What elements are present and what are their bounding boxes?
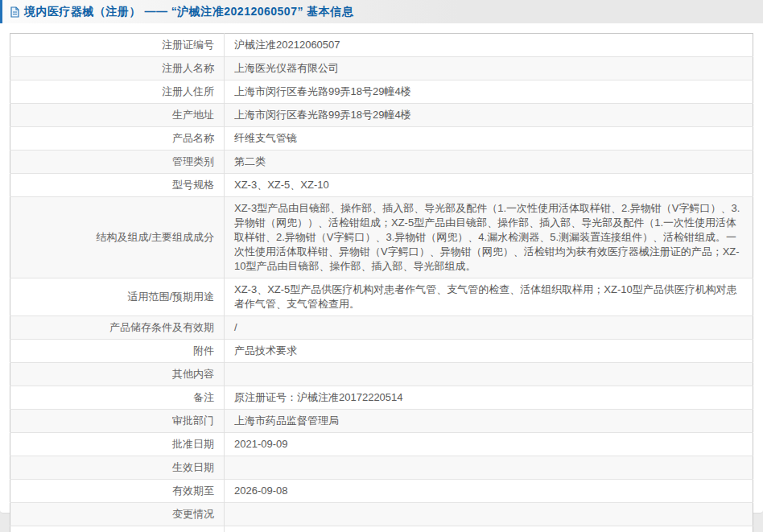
row-label-cell: 备注: [10, 386, 225, 410]
row-value-cell: 上海市闵行区春光路99弄18号29幢4楼: [225, 80, 753, 104]
row-label: 产品名称: [172, 132, 214, 144]
row-value-cell: 2021-09-09: [225, 433, 753, 456]
row-label-cell: 批准日期: [10, 433, 225, 456]
row-label: 结构及组成/主要组成成分: [96, 231, 214, 243]
row-label: 管理类别: [172, 155, 214, 167]
table-row: 有效期至2026-09-08: [10, 480, 753, 503]
row-label: 审批部门: [172, 414, 214, 427]
row-value-cell: 第二类: [225, 151, 753, 174]
row-value-cell: 2026-09-08: [225, 480, 753, 503]
row-value: 上海市闵行区春光路99弄18号29幢4楼: [234, 85, 411, 97]
row-label: 有效期至: [172, 485, 214, 497]
row-value-cell: 详情: [225, 526, 753, 532]
table-row: 管理类别第二类: [10, 151, 753, 174]
table-row: 生效日期: [10, 456, 753, 480]
table-row: 适用范围/预期用途XZ-3、XZ-5型产品供医疗机构对患者作气管、支气管的检查、…: [10, 278, 753, 316]
row-label-cell: 审批部门: [10, 410, 225, 433]
table-row: 结构及组成/主要组成成分XZ-3型产品由目镜部、操作部、插入部、导光部及配件（1…: [10, 197, 753, 278]
row-value-cell: [225, 456, 753, 480]
row-label-cell: 生产地址: [10, 104, 225, 127]
content-panel: 注册证编号沪械注准20212060507注册人名称上海医光仪器有限公司注册人住所…: [0, 23, 763, 513]
row-label: 产品储存条件及有效期: [109, 321, 214, 333]
row-label-cell: 注: [10, 526, 225, 532]
row-value-cell: 原注册证号：沪械注准20172220514: [225, 386, 753, 410]
row-value-cell: XZ-3、XZ-5、XZ-10: [225, 174, 753, 197]
table-row: 注册人住所上海市闵行区春光路99弄18号29幢4楼: [10, 80, 753, 104]
row-label: 生效日期: [172, 461, 214, 473]
row-label: 注册人住所: [162, 85, 214, 97]
row-value: XZ-3型产品由目镜部、操作部、插入部、导光部及配件（1.一次性使用活体取样钳、…: [234, 202, 740, 272]
table-row: 备注原注册证号：沪械注准20172220514: [10, 386, 753, 410]
row-label: 变更情况: [172, 508, 214, 520]
page-title-bar: 境内医疗器械（注册） —— “沪械注准20212060507” 基本信息: [0, 0, 763, 23]
row-value-cell: 沪械注准20212060507: [225, 34, 753, 57]
registration-info-table: 注册证编号沪械注准20212060507注册人名称上海医光仪器有限公司注册人住所…: [10, 33, 753, 532]
row-value-cell: XZ-3型产品由目镜部、操作部、插入部、导光部及配件（1.一次性使用活体取样钳、…: [225, 197, 753, 278]
row-value-cell: /: [225, 316, 753, 340]
table-row: 批准日期2021-09-09: [10, 433, 753, 456]
table-row: 注详情: [10, 526, 753, 532]
row-value: XZ-3、XZ-5、XZ-10: [234, 179, 329, 191]
row-label-cell: 变更情况: [10, 503, 225, 526]
row-value: 上海市药品监督管理局: [234, 414, 339, 427]
row-label-cell: 注册证编号: [10, 34, 225, 57]
row-label: 型号规格: [172, 179, 214, 191]
row-label: 其他内容: [172, 368, 214, 380]
table-row: 审批部门上海市药品监督管理局: [10, 410, 753, 433]
row-label-cell: 注册人名称: [10, 57, 225, 80]
row-label-cell: 注册人住所: [10, 80, 225, 104]
page-title: 境内医疗器械（注册） —— “沪械注准20212060507” 基本信息: [24, 5, 353, 19]
row-value-cell: XZ-3、XZ-5型产品供医疗机构对患者作气管、支气管的检查、活体组织取样用；X…: [225, 278, 753, 316]
table-row: 产品储存条件及有效期/: [10, 316, 753, 340]
row-label: 注册证编号: [162, 39, 214, 51]
row-value: 原注册证号：沪械注准20172220514: [234, 391, 403, 403]
row-value: 上海市闵行区春光路99弄18号29幢4楼: [234, 109, 411, 121]
row-value: 纤维支气管镜: [234, 132, 297, 144]
row-label: 生产地址: [172, 109, 214, 121]
row-label: 备注: [193, 391, 214, 403]
row-label-cell: 产品名称: [10, 127, 225, 151]
row-label-cell: 适用范围/预期用途: [10, 278, 225, 316]
table-row: 生产地址上海市闵行区春光路99弄18号29幢4楼: [10, 104, 753, 127]
row-value-cell: 产品技术要求: [225, 340, 753, 363]
row-value: 2021-09-09: [234, 438, 288, 450]
row-label-cell: 产品储存条件及有效期: [10, 316, 225, 340]
row-label-cell: 管理类别: [10, 151, 225, 174]
table-row: 注册证编号沪械注准20212060507: [10, 34, 753, 57]
info-table-body: 注册证编号沪械注准20212060507注册人名称上海医光仪器有限公司注册人住所…: [10, 34, 753, 532]
row-label-cell: 附件: [10, 340, 225, 363]
table-row: 变更情况: [10, 503, 753, 526]
row-value-cell: 纤维支气管镜: [225, 127, 753, 151]
row-value: 沪械注准20212060507: [234, 39, 340, 51]
row-value: 上海医光仪器有限公司: [234, 62, 339, 74]
row-label: 适用范围/预期用途: [127, 291, 214, 303]
row-label: 注册人名称: [162, 62, 214, 74]
table-row: 附件产品技术要求: [10, 340, 753, 363]
row-label-cell: 型号规格: [10, 174, 225, 197]
table-row: 型号规格XZ-3、XZ-5、XZ-10: [10, 174, 753, 197]
row-value: 第二类: [234, 155, 266, 167]
row-label-cell: 生效日期: [10, 456, 225, 480]
row-value: XZ-3、XZ-5型产品供医疗机构对患者作气管、支气管的检查、活体组织取样用；X…: [234, 283, 737, 310]
row-value-cell: [225, 363, 753, 386]
table-row: 其他内容: [10, 363, 753, 386]
row-value: /: [234, 321, 237, 333]
row-value-cell: 上海市闵行区春光路99弄18号29幢4楼: [225, 104, 753, 127]
document-icon: [10, 6, 20, 18]
row-value-cell: 上海医光仪器有限公司: [225, 57, 753, 80]
row-value: 产品技术要求: [234, 344, 297, 357]
row-label-cell: 有效期至: [10, 480, 225, 503]
row-label: 附件: [193, 344, 214, 357]
row-label: 批准日期: [172, 438, 214, 450]
row-value: 2026-09-08: [234, 485, 288, 497]
row-value-cell: 上海市药品监督管理局: [225, 410, 753, 433]
table-row: 注册人名称上海医光仪器有限公司: [10, 57, 753, 80]
row-label-cell: 结构及组成/主要组成成分: [10, 197, 225, 278]
row-value-cell: [225, 503, 753, 526]
table-row: 产品名称纤维支气管镜: [10, 127, 753, 151]
row-label-cell: 其他内容: [10, 363, 225, 386]
